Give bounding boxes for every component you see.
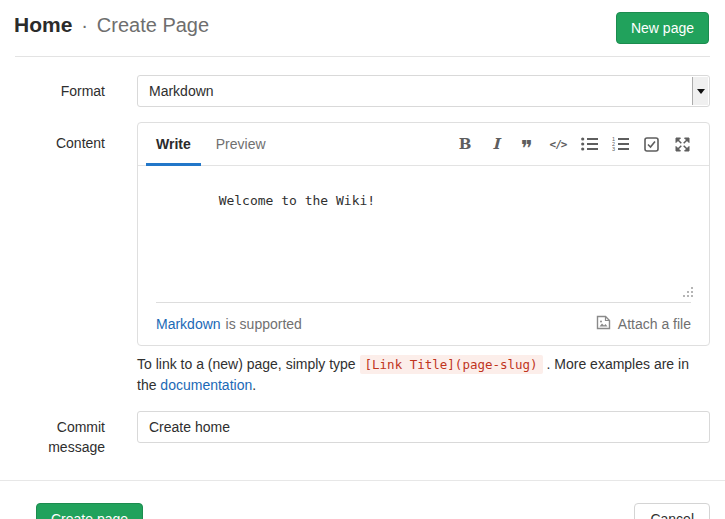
- attach-file-button[interactable]: Attach a file: [596, 315, 691, 333]
- wiki-create-form: Format Markdown Content Write Preview B …: [0, 75, 725, 519]
- new-page-button[interactable]: New page: [616, 12, 709, 44]
- quote-icon[interactable]: ❞: [518, 135, 536, 154]
- code-icon[interactable]: </>: [549, 135, 567, 154]
- format-select[interactable]: Markdown: [137, 75, 710, 107]
- format-selected-value: Markdown: [149, 83, 214, 99]
- markdown-editor: Write Preview B I ❞ </> 1: [137, 122, 710, 346]
- help-text-before: To link to a (new) page, simply type: [137, 356, 360, 372]
- fullscreen-icon[interactable]: [673, 135, 691, 154]
- commit-row: Commit message: [15, 411, 710, 457]
- documentation-link[interactable]: documentation: [160, 377, 252, 393]
- resize-grip-icon[interactable]: [683, 287, 693, 297]
- page-header: Home · Create Page New page: [0, 0, 725, 57]
- bold-icon[interactable]: B: [456, 135, 474, 154]
- content-textarea[interactable]: Welcome to the Wiki!: [138, 166, 709, 302]
- form-actions: Create page Cancel: [15, 481, 710, 519]
- help-period: .: [252, 377, 256, 393]
- tab-write[interactable]: Write: [156, 123, 191, 165]
- attach-image-icon: [596, 315, 611, 333]
- numbered-list-icon[interactable]: 1 2 3: [611, 135, 629, 154]
- editor-tab-bar: Write Preview B I ❞ </> 1: [138, 123, 709, 166]
- commit-message-label: Commit message: [15, 411, 105, 457]
- tab-preview[interactable]: Preview: [216, 123, 266, 165]
- select-dropdown-arrow-icon[interactable]: [692, 77, 708, 105]
- editor-footer: Markdown is supported Attach a file: [138, 303, 709, 345]
- task-list-icon[interactable]: [642, 135, 660, 154]
- markdown-help-link[interactable]: Markdown: [156, 316, 221, 332]
- attach-file-label: Attach a file: [618, 316, 691, 332]
- content-text: Welcome to the Wiki!: [219, 193, 376, 208]
- create-page-button[interactable]: Create page: [36, 503, 143, 519]
- bullet-list-icon[interactable]: [580, 135, 598, 154]
- cancel-button[interactable]: Cancel: [634, 503, 710, 519]
- supported-text: is supported: [226, 316, 302, 332]
- italic-icon[interactable]: I: [487, 135, 505, 154]
- page-subtitle: Create Page: [97, 14, 209, 36]
- commit-message-input[interactable]: [137, 411, 710, 443]
- content-label: Content: [15, 122, 105, 153]
- link-help-text: To link to a (new) page, simply type [Li…: [137, 354, 710, 395]
- content-row: Content Write Preview B I ❞ </>: [15, 122, 710, 346]
- title-separator: ·: [81, 14, 88, 36]
- format-label: Format: [15, 81, 105, 101]
- editor-toolbar: B I ❞ </> 1 2 3: [456, 135, 691, 154]
- link-syntax-code: [Link Title](page-slug): [360, 355, 543, 374]
- svg-text:3: 3: [612, 146, 615, 151]
- page-title: Home: [14, 13, 72, 36]
- format-row: Format Markdown: [15, 75, 710, 107]
